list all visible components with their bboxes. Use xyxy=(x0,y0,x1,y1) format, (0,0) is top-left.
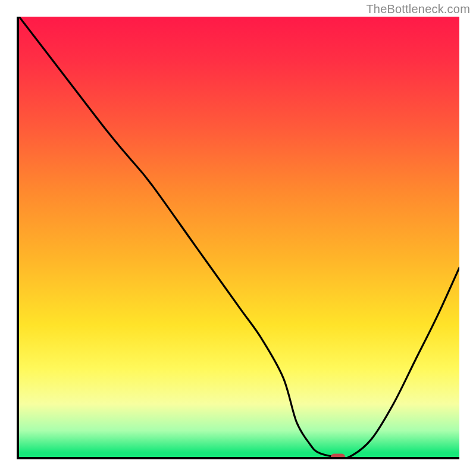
minimum-marker xyxy=(331,454,345,460)
chart-container: TheBottleneck.com xyxy=(0,0,476,476)
watermark-text: TheBottleneck.com xyxy=(366,2,470,16)
plot-frame xyxy=(17,17,459,459)
bottleneck-curve xyxy=(19,17,459,457)
